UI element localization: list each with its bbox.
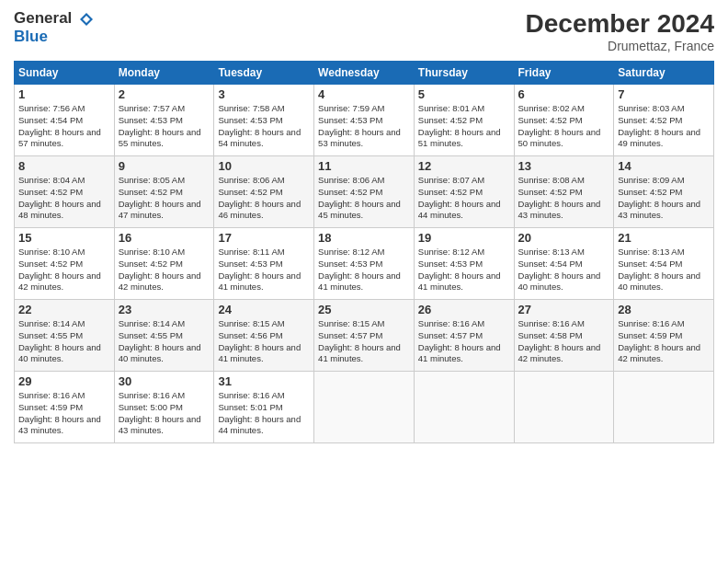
day-number: 12 — [418, 159, 510, 173]
day-info: Sunrise: 8:12 AM Sunset: 4:53 PM Dayligh… — [418, 247, 510, 293]
day-number: 5 — [418, 87, 510, 101]
day-number: 19 — [418, 231, 510, 245]
day-info: Sunrise: 8:16 AM Sunset: 4:59 PM Dayligh… — [18, 390, 110, 437]
calendar-day-cell: 26Sunrise: 8:16 AM Sunset: 4:57 PM Dayli… — [414, 300, 514, 372]
day-info: Sunrise: 7:58 AM Sunset: 4:53 PM Dayligh… — [218, 103, 310, 150]
logo: General Blue — [14, 9, 95, 47]
day-number: 21 — [618, 231, 710, 245]
calendar-day-cell: 5Sunrise: 8:01 AM Sunset: 4:52 PM Daylig… — [414, 85, 514, 156]
calendar-day-cell: 12Sunrise: 8:07 AM Sunset: 4:52 PM Dayli… — [414, 156, 514, 228]
header-wednesday: Wednesday — [314, 62, 415, 85]
header-sunday: Sunday — [15, 62, 115, 85]
day-info: Sunrise: 8:03 AM Sunset: 4:52 PM Dayligh… — [618, 103, 710, 150]
day-info: Sunrise: 8:16 AM Sunset: 4:59 PM Dayligh… — [618, 318, 710, 365]
page-container: General Blue December 2024 Drumettaz, Fr… — [0, 0, 728, 453]
calendar-week-row: 29Sunrise: 8:16 AM Sunset: 4:59 PM Dayli… — [15, 372, 714, 443]
day-info: Sunrise: 8:15 AM Sunset: 4:56 PM Dayligh… — [218, 318, 310, 365]
day-info: Sunrise: 8:14 AM Sunset: 4:55 PM Dayligh… — [18, 318, 110, 365]
calendar-day-cell: 30Sunrise: 8:16 AM Sunset: 5:00 PM Dayli… — [114, 372, 214, 443]
day-number: 17 — [218, 231, 310, 245]
day-info: Sunrise: 8:10 AM Sunset: 4:52 PM Dayligh… — [18, 247, 110, 293]
day-info: Sunrise: 8:16 AM Sunset: 5:00 PM Dayligh… — [119, 390, 210, 437]
day-number: 16 — [119, 231, 210, 245]
day-info: Sunrise: 8:01 AM Sunset: 4:52 PM Dayligh… — [418, 103, 510, 150]
day-number: 23 — [119, 303, 210, 316]
day-number: 27 — [518, 303, 610, 316]
calendar-day-cell: 13Sunrise: 8:08 AM Sunset: 4:52 PM Dayli… — [514, 156, 614, 228]
day-number: 1 — [18, 87, 110, 101]
header-saturday: Saturday — [614, 62, 714, 85]
calendar-day-cell: 20Sunrise: 8:13 AM Sunset: 4:54 PM Dayli… — [514, 228, 614, 300]
calendar-day-cell: 1Sunrise: 7:56 AM Sunset: 4:54 PM Daylig… — [15, 85, 115, 156]
day-number: 14 — [618, 159, 710, 173]
header-thursday: Thursday — [414, 62, 514, 85]
calendar-day-cell: 8Sunrise: 8:04 AM Sunset: 4:52 PM Daylig… — [15, 156, 115, 228]
day-info: Sunrise: 8:16 AM Sunset: 4:57 PM Dayligh… — [418, 318, 510, 365]
month-title: December 2024 — [526, 9, 714, 39]
calendar-day-cell: 17Sunrise: 8:11 AM Sunset: 4:53 PM Dayli… — [214, 228, 314, 300]
day-info: Sunrise: 8:07 AM Sunset: 4:52 PM Dayligh… — [418, 175, 510, 222]
calendar-day-cell: 4Sunrise: 7:59 AM Sunset: 4:53 PM Daylig… — [314, 85, 415, 156]
logo-icon — [78, 11, 95, 28]
day-info: Sunrise: 8:02 AM Sunset: 4:52 PM Dayligh… — [518, 103, 610, 150]
calendar-day-cell: 6Sunrise: 8:02 AM Sunset: 4:52 PM Daylig… — [514, 85, 614, 156]
day-info: Sunrise: 8:10 AM Sunset: 4:52 PM Dayligh… — [119, 247, 210, 293]
day-info: Sunrise: 8:16 AM Sunset: 5:01 PM Dayligh… — [218, 390, 310, 437]
day-info: Sunrise: 7:57 AM Sunset: 4:53 PM Dayligh… — [119, 103, 210, 150]
day-info: Sunrise: 8:05 AM Sunset: 4:52 PM Dayligh… — [119, 175, 210, 222]
header-tuesday: Tuesday — [214, 62, 314, 85]
day-number: 28 — [618, 303, 710, 316]
calendar-day-cell: 2Sunrise: 7:57 AM Sunset: 4:53 PM Daylig… — [114, 85, 214, 156]
calendar-week-row: 15Sunrise: 8:10 AM Sunset: 4:52 PM Dayli… — [15, 228, 714, 300]
day-number: 13 — [518, 159, 610, 173]
day-info: Sunrise: 7:56 AM Sunset: 4:54 PM Dayligh… — [18, 103, 110, 150]
day-number: 20 — [518, 231, 610, 245]
day-number: 3 — [218, 87, 310, 101]
calendar-day-cell: 24Sunrise: 8:15 AM Sunset: 4:56 PM Dayli… — [214, 300, 314, 372]
location: Drumettaz, France — [526, 39, 714, 53]
day-number: 4 — [318, 87, 410, 101]
header-monday: Monday — [114, 62, 214, 85]
calendar-day-cell: 14Sunrise: 8:09 AM Sunset: 4:52 PM Dayli… — [614, 156, 714, 228]
day-number: 29 — [18, 374, 110, 388]
day-number: 30 — [119, 374, 210, 388]
day-info: Sunrise: 8:14 AM Sunset: 4:55 PM Dayligh… — [119, 318, 210, 365]
calendar-day-cell: 31Sunrise: 8:16 AM Sunset: 5:01 PM Dayli… — [214, 372, 314, 443]
calendar-day-cell: 22Sunrise: 8:14 AM Sunset: 4:55 PM Dayli… — [15, 300, 115, 372]
day-info: Sunrise: 8:13 AM Sunset: 4:54 PM Dayligh… — [518, 247, 610, 293]
calendar-day-cell: 25Sunrise: 8:15 AM Sunset: 4:57 PM Dayli… — [314, 300, 415, 372]
calendar-header-row: Sunday Monday Tuesday Wednesday Thursday… — [15, 62, 714, 85]
day-info: Sunrise: 8:06 AM Sunset: 4:52 PM Dayligh… — [318, 175, 410, 222]
calendar-day-cell: 16Sunrise: 8:10 AM Sunset: 4:52 PM Dayli… — [114, 228, 214, 300]
calendar-day-cell: 23Sunrise: 8:14 AM Sunset: 4:55 PM Dayli… — [114, 300, 214, 372]
day-number: 9 — [119, 159, 210, 173]
day-info: Sunrise: 8:13 AM Sunset: 4:54 PM Dayligh… — [618, 247, 710, 293]
calendar-day-cell: 29Sunrise: 8:16 AM Sunset: 4:59 PM Dayli… — [15, 372, 115, 443]
calendar-day-cell: 15Sunrise: 8:10 AM Sunset: 4:52 PM Dayli… — [15, 228, 115, 300]
day-number: 8 — [18, 159, 110, 173]
day-number: 15 — [18, 231, 110, 245]
day-info: Sunrise: 8:16 AM Sunset: 4:58 PM Dayligh… — [518, 318, 610, 365]
day-number: 25 — [318, 303, 410, 316]
calendar-week-row: 8Sunrise: 8:04 AM Sunset: 4:52 PM Daylig… — [15, 156, 714, 228]
day-info: Sunrise: 8:09 AM Sunset: 4:52 PM Dayligh… — [618, 175, 710, 222]
calendar-week-row: 1Sunrise: 7:56 AM Sunset: 4:54 PM Daylig… — [15, 85, 714, 156]
logo-blue: Blue — [14, 28, 95, 46]
day-number: 31 — [218, 374, 310, 388]
day-number: 2 — [119, 87, 210, 101]
calendar-week-row: 22Sunrise: 8:14 AM Sunset: 4:55 PM Dayli… — [15, 300, 714, 372]
calendar-day-cell — [614, 372, 714, 443]
calendar-day-cell: 9Sunrise: 8:05 AM Sunset: 4:52 PM Daylig… — [114, 156, 214, 228]
calendar-day-cell: 18Sunrise: 8:12 AM Sunset: 4:53 PM Dayli… — [314, 228, 415, 300]
day-info: Sunrise: 8:12 AM Sunset: 4:53 PM Dayligh… — [318, 247, 410, 293]
day-number: 10 — [218, 159, 310, 173]
day-info: Sunrise: 8:15 AM Sunset: 4:57 PM Dayligh… — [318, 318, 410, 365]
calendar-day-cell: 27Sunrise: 8:16 AM Sunset: 4:58 PM Dayli… — [514, 300, 614, 372]
day-info: Sunrise: 8:04 AM Sunset: 4:52 PM Dayligh… — [18, 175, 110, 222]
day-number: 26 — [418, 303, 510, 316]
calendar-table: Sunday Monday Tuesday Wednesday Thursday… — [14, 61, 714, 443]
calendar-day-cell: 7Sunrise: 8:03 AM Sunset: 4:52 PM Daylig… — [614, 85, 714, 156]
calendar-day-cell: 21Sunrise: 8:13 AM Sunset: 4:54 PM Dayli… — [614, 228, 714, 300]
calendar-day-cell: 19Sunrise: 8:12 AM Sunset: 4:53 PM Dayli… — [414, 228, 514, 300]
day-number: 22 — [18, 303, 110, 316]
